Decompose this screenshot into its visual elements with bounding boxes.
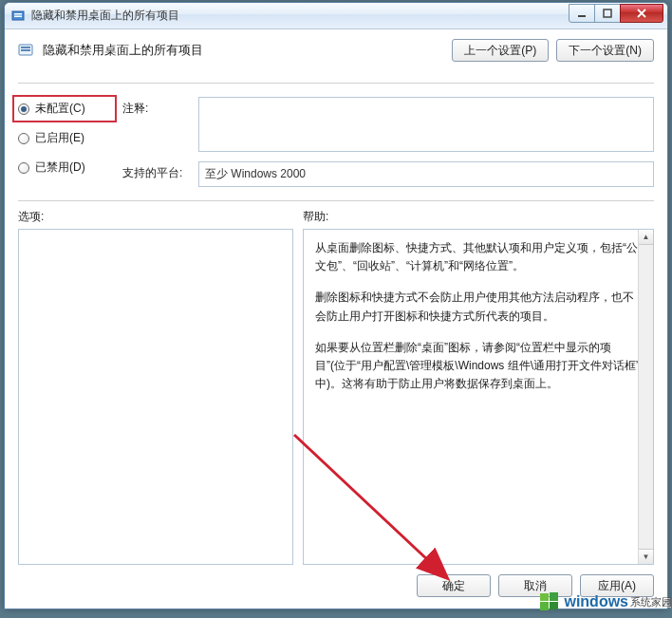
maximize-button[interactable] <box>594 4 621 23</box>
config-row: 未配置(C) 已启用(E) 已禁用(D) 注释: 支持的平台: <box>18 97 654 187</box>
svg-rect-2 <box>14 15 22 17</box>
scrollbar[interactable]: ▲ ▼ <box>638 230 653 564</box>
prev-setting-button[interactable]: 上一个设置(P) <box>452 39 549 62</box>
radio-enabled[interactable]: 已启用(E) <box>18 130 109 146</box>
minimize-button[interactable] <box>569 4 595 23</box>
app-icon <box>10 9 26 24</box>
options-label: 选项: <box>18 209 303 225</box>
radio-disabled[interactable]: 已禁用(D) <box>18 159 109 176</box>
radio-dot-icon <box>18 133 29 144</box>
options-panel[interactable] <box>18 229 293 565</box>
help-panel[interactable]: 从桌面删除图标、快捷方式、其他默认项和用户定义项，包括“公文包”、“回收站”、“… <box>303 229 654 565</box>
panel-labels: 选项: 帮助: <box>18 209 654 225</box>
help-paragraph: 删除图标和快捷方式不会防止用户使用其他方法启动程序，也不会防止用户打开图标和快捷… <box>315 289 640 325</box>
watermark-text: windows <box>564 593 628 610</box>
platform-label: 支持的平台: <box>122 161 189 187</box>
ok-button[interactable]: 确定 <box>417 574 491 597</box>
policy-icon <box>18 42 35 59</box>
svg-rect-9 <box>540 593 549 601</box>
panels: 从桌面删除图标、快捷方式、其他默认项和用户定义项，包括“公文包”、“回收站”、“… <box>18 229 654 565</box>
scroll-up-icon[interactable]: ▲ <box>639 230 654 245</box>
divider-mid <box>18 200 654 201</box>
radio-dot-icon <box>18 103 29 115</box>
help-paragraph: 从桌面删除图标、快捷方式、其他默认项和用户定义项，包括“公文包”、“回收站”、“… <box>315 239 640 275</box>
policy-title: 隐藏和禁用桌面上的所有项目 <box>43 42 452 59</box>
help-text: 从桌面删除图标、快捷方式、其他默认项和用户定义项，包括“公文包”、“回收站”、“… <box>304 230 653 416</box>
radio-not-configured[interactable]: 未配置(C) <box>12 95 117 122</box>
close-button[interactable] <box>620 4 663 23</box>
svg-rect-12 <box>550 602 558 609</box>
header-row: 隐藏和禁用桌面上的所有项目 上一个设置(P) 下一个设置(N) <box>18 39 654 62</box>
titlebar[interactable]: 隐藏和禁用桌面上的所有项目 <box>5 3 667 29</box>
svg-rect-3 <box>578 15 586 17</box>
svg-rect-6 <box>21 47 30 48</box>
windows-logo-icon <box>539 591 560 612</box>
comment-textbox[interactable] <box>198 97 654 152</box>
help-paragraph: 如果要从位置栏删除“桌面”图标，请参阅“位置栏中显示的项目”(位于“用户配置\管… <box>315 339 640 394</box>
meta-column: 注释: 支持的平台: 至少 Windows 2000 <box>122 97 654 187</box>
scroll-down-icon[interactable]: ▼ <box>639 549 654 564</box>
watermark-sub: 系统家园 <box>630 595 672 609</box>
radio-label: 已启用(E) <box>35 130 84 146</box>
svg-rect-7 <box>21 49 30 51</box>
comment-label: 注释: <box>122 97 189 152</box>
divider-top <box>18 83 654 84</box>
next-setting-button[interactable]: 下一个设置(N) <box>556 39 654 62</box>
radio-group: 未配置(C) 已启用(E) 已禁用(D) <box>18 97 109 187</box>
platform-textbox: 至少 Windows 2000 <box>198 161 654 187</box>
radio-dot-icon <box>18 162 29 174</box>
svg-rect-11 <box>540 602 549 610</box>
help-label: 帮助: <box>303 209 328 225</box>
dialog-content: 隐藏和禁用桌面上的所有项目 上一个设置(P) 下一个设置(N) 未配置(C) 已… <box>5 29 667 609</box>
svg-rect-10 <box>550 592 558 601</box>
window-controls <box>569 4 663 23</box>
dialog-window: 隐藏和禁用桌面上的所有项目 隐藏和禁用桌面上的所有项目 上一个设置(P) 下一个… <box>4 2 668 609</box>
svg-rect-1 <box>14 13 22 15</box>
watermark: windows 系统家园 <box>539 591 672 612</box>
radio-label: 未配置(C) <box>35 101 85 117</box>
radio-label: 已禁用(D) <box>35 159 85 176</box>
svg-rect-4 <box>604 9 611 17</box>
window-title: 隐藏和禁用桌面上的所有项目 <box>31 8 569 24</box>
